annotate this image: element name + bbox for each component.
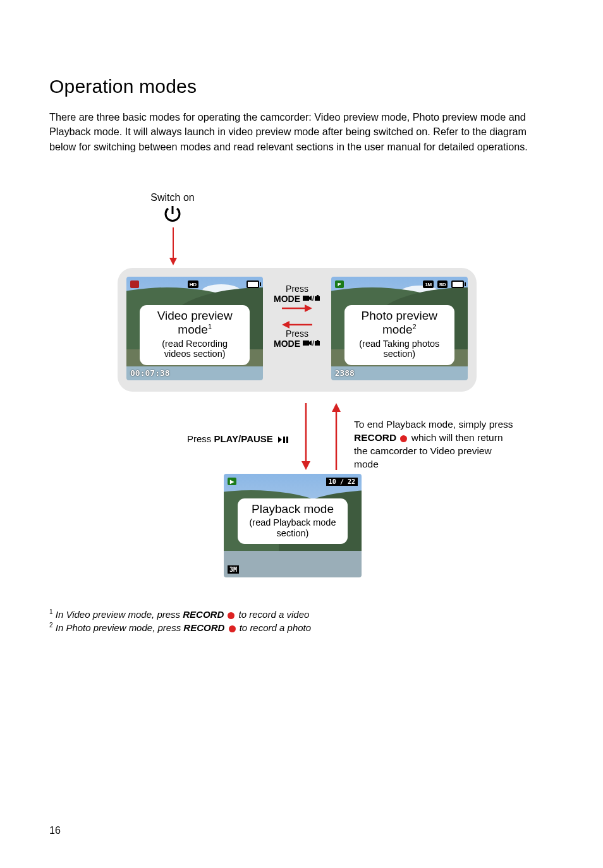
- record-dot-icon: [400, 435, 407, 442]
- svg-rect-11: [303, 341, 309, 346]
- photo-counter: 2388: [335, 368, 355, 378]
- svg-rect-14: [315, 341, 320, 346]
- video-preview-screen: HD 00:07:38 Video preview mode1 (read Re…: [126, 277, 263, 380]
- svg-marker-10: [282, 321, 289, 329]
- press-play-pause-label: Press PLAY/PAUSE: [118, 401, 288, 444]
- video-mode-caption: Video preview mode1 (read Recording vide…: [140, 306, 249, 364]
- svg-text:/: /: [312, 295, 314, 302]
- svg-rect-15: [317, 340, 319, 341]
- playback-res-badge: 3M: [228, 565, 239, 574]
- svg-rect-5: [315, 296, 320, 301]
- svg-rect-2: [303, 296, 309, 301]
- page-number: 16: [49, 825, 61, 836]
- svg-rect-17: [283, 437, 285, 443]
- svg-marker-21: [332, 403, 341, 412]
- mode-video-photo-icon: /: [303, 339, 320, 349]
- resolution-badge: 1M: [423, 280, 434, 288]
- footnotes: 1 In Video preview mode, press RECORD to…: [49, 608, 556, 634]
- svg-marker-8: [305, 304, 312, 312]
- mode-diagram-panel: HD 00:07:38 Video preview mode1 (read Re…: [118, 268, 477, 392]
- video-timecode: 00:07:38: [130, 368, 170, 378]
- intro-paragraph: There are three basic modes for operatin…: [49, 110, 556, 154]
- arrow-down-icon: [169, 227, 556, 268]
- arrow-right-icon: [282, 304, 312, 313]
- playback-mode-caption: Playback mode (read Playback mode sectio…: [238, 499, 347, 543]
- photo-mode-caption: Photo preview mode2 (read Taking photos …: [345, 306, 454, 364]
- play-pause-icon: [276, 433, 288, 444]
- svg-marker-12: [309, 341, 312, 346]
- video-camera-icon: [130, 280, 139, 288]
- record-dot-icon: [228, 612, 234, 619]
- end-playback-instructions: To end Playback mode, simply press RECOR…: [354, 401, 518, 471]
- svg-marker-16: [278, 437, 282, 443]
- arrow-left-icon: [282, 320, 312, 329]
- switch-on-label: Switch on: [141, 192, 204, 203]
- play-icon: ▶: [228, 478, 236, 485]
- mode-switch-arrows: Press MODE / Press MODE /: [268, 277, 326, 349]
- svg-rect-6: [317, 295, 319, 296]
- svg-text:/: /: [312, 340, 314, 347]
- mode-video-photo-icon: /: [303, 294, 320, 304]
- svg-marker-1: [169, 258, 177, 265]
- hd-badge: HD: [188, 280, 198, 288]
- playback-screen: ▶ 10 / 22 3M Playback mode (read Playbac…: [224, 474, 362, 577]
- svg-marker-3: [309, 296, 312, 301]
- battery-icon: [247, 280, 259, 288]
- battery-icon: [451, 280, 464, 288]
- photo-camera-icon: P: [335, 280, 344, 288]
- page-heading: Operation modes: [49, 76, 556, 97]
- arrow-up-icon: [332, 403, 341, 470]
- playback-counter: 10 / 22: [326, 478, 358, 486]
- record-dot-icon: [229, 625, 236, 632]
- arrow-down-icon: [302, 403, 310, 470]
- sd-card-icon: SD: [437, 280, 448, 288]
- svg-marker-20: [302, 461, 310, 470]
- photo-preview-screen: P 1M SD 2388 Photo preview mode2 (read T…: [331, 277, 468, 380]
- power-icon: [162, 203, 556, 227]
